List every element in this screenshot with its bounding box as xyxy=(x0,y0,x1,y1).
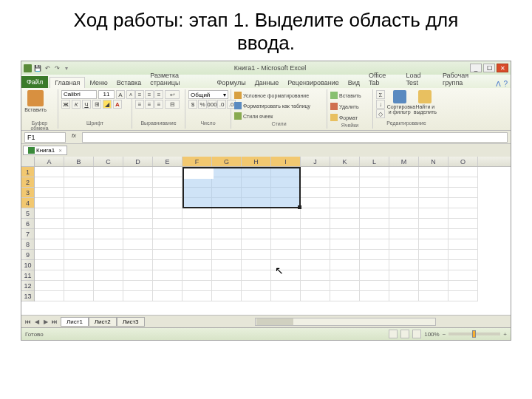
paste-button[interactable]: Вставить xyxy=(24,90,47,112)
cell[interactable] xyxy=(242,229,271,239)
zoom-slider[interactable] xyxy=(449,332,500,335)
cell[interactable] xyxy=(419,239,449,250)
cell[interactable] xyxy=(64,219,94,229)
cell[interactable] xyxy=(35,260,64,270)
cell[interactable] xyxy=(449,260,478,270)
cell[interactable] xyxy=(242,198,271,208)
cell[interactable] xyxy=(360,260,389,270)
col-header-G[interactable]: G xyxy=(212,157,242,166)
cell[interactable] xyxy=(389,250,419,260)
cell[interactable] xyxy=(271,291,301,301)
cell[interactable] xyxy=(360,291,389,301)
cell[interactable] xyxy=(271,167,301,177)
sheet-prev-icon[interactable]: ◀ xyxy=(33,318,41,326)
cell[interactable] xyxy=(389,291,419,301)
row-header-4[interactable]: 4 xyxy=(21,198,34,208)
cell[interactable] xyxy=(64,239,94,250)
cell[interactable] xyxy=(153,281,183,291)
cell[interactable] xyxy=(35,250,64,260)
cell[interactable] xyxy=(301,219,330,229)
cell[interactable] xyxy=(212,198,242,208)
wrap-text-button[interactable]: ↩ xyxy=(165,90,180,99)
conditional-formatting-button[interactable]: Условное форматирование xyxy=(234,90,309,100)
cell[interactable] xyxy=(94,198,123,208)
sheet-first-icon[interactable]: ⏮ xyxy=(24,318,32,326)
cell[interactable] xyxy=(449,219,478,229)
font-name-dropdown[interactable]: Calibri xyxy=(61,90,97,99)
cell[interactable] xyxy=(153,167,183,177)
cell[interactable] xyxy=(183,250,212,260)
column-headers[interactable]: ABCDEFGHIJKLMNO xyxy=(35,157,511,167)
tab-workgroup[interactable]: Рабочая группа xyxy=(438,70,494,88)
tab-review[interactable]: Рецензирование xyxy=(283,78,344,88)
row-header-5[interactable]: 5 xyxy=(21,208,34,219)
fx-button[interactable]: fx xyxy=(69,132,79,143)
cell-styles-button[interactable]: Стили ячеек xyxy=(234,111,273,121)
page-break-view-button[interactable] xyxy=(412,330,421,338)
cell[interactable] xyxy=(64,250,94,260)
cell[interactable] xyxy=(212,291,242,301)
cell[interactable] xyxy=(212,250,242,260)
cell[interactable] xyxy=(330,188,360,198)
cell[interactable] xyxy=(330,270,360,281)
cell[interactable] xyxy=(242,177,271,188)
cell[interactable] xyxy=(123,229,153,239)
cells-area[interactable] xyxy=(35,167,511,315)
find-select-button[interactable]: Найти и выделить xyxy=(414,90,437,115)
cell[interactable] xyxy=(389,177,419,188)
merge-button[interactable]: ⊟ xyxy=(165,100,180,109)
workbook-tab[interactable]: Книга1 × xyxy=(23,146,67,155)
cell[interactable] xyxy=(271,188,301,198)
cell[interactable] xyxy=(123,250,153,260)
cell[interactable] xyxy=(419,219,449,229)
cell[interactable] xyxy=(35,291,64,301)
tab-file[interactable]: Файл xyxy=(21,76,48,88)
cell[interactable] xyxy=(360,239,389,250)
cell[interactable] xyxy=(389,167,419,177)
cell[interactable] xyxy=(64,229,94,239)
currency-button[interactable]: $ xyxy=(188,100,197,109)
page-layout-view-button[interactable] xyxy=(400,330,409,338)
cell[interactable] xyxy=(449,229,478,239)
row-header-11[interactable]: 11 xyxy=(21,270,34,281)
close-button[interactable]: ✕ xyxy=(497,64,508,72)
cell[interactable] xyxy=(64,188,94,198)
comma-button[interactable]: 000 xyxy=(208,100,216,109)
cell[interactable] xyxy=(35,239,64,250)
col-header-B[interactable]: B xyxy=(64,157,94,166)
cell[interactable] xyxy=(389,198,419,208)
tab-formulas[interactable]: Формулы xyxy=(213,78,250,88)
cell[interactable] xyxy=(449,208,478,219)
save-icon[interactable]: 💾 xyxy=(34,64,41,72)
cell[interactable] xyxy=(419,188,449,198)
clear-button[interactable]: ◇ xyxy=(376,109,385,118)
cell[interactable] xyxy=(419,167,449,177)
cell[interactable] xyxy=(153,239,183,250)
formula-bar[interactable] xyxy=(82,132,508,143)
cell[interactable] xyxy=(123,208,153,219)
cell[interactable] xyxy=(389,219,419,229)
cell[interactable] xyxy=(212,281,242,291)
tab-page-layout[interactable]: Разметка страницы xyxy=(146,70,212,88)
row-header-12[interactable]: 12 xyxy=(21,281,34,291)
tab-data[interactable]: Данные xyxy=(250,78,284,88)
cell[interactable] xyxy=(271,208,301,219)
cell[interactable] xyxy=(301,239,330,250)
cell[interactable] xyxy=(183,198,212,208)
row-header-8[interactable]: 8 xyxy=(21,239,34,250)
cell[interactable] xyxy=(183,281,212,291)
cell[interactable] xyxy=(449,270,478,281)
sheet-next-icon[interactable]: ▶ xyxy=(41,318,50,326)
col-header-C[interactable]: C xyxy=(94,157,123,166)
cell[interactable] xyxy=(419,291,449,301)
border-button[interactable]: ⊞ xyxy=(92,100,101,109)
cell[interactable] xyxy=(301,198,330,208)
col-header-E[interactable]: E xyxy=(153,157,183,166)
increase-decimal-button[interactable]: .0 xyxy=(217,100,226,109)
select-all-corner[interactable] xyxy=(21,157,35,167)
cell[interactable] xyxy=(35,229,64,239)
align-right-button[interactable]: ≡ xyxy=(154,100,163,109)
help-icon[interactable]: ? xyxy=(503,80,508,88)
cell[interactable] xyxy=(64,291,94,301)
underline-button[interactable]: Ч xyxy=(82,100,91,109)
